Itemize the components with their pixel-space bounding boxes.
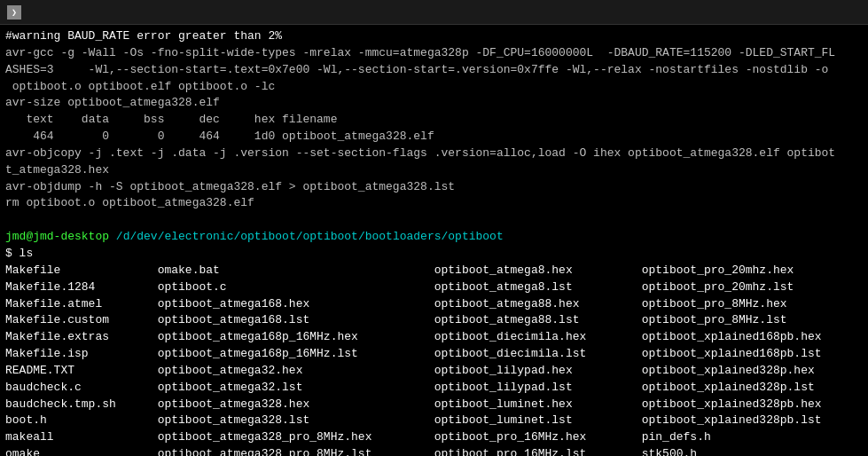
maximize-button[interactable] [778, 0, 818, 25]
title-bar: ❯ [0, 0, 868, 25]
close-button[interactable] [820, 0, 861, 25]
terminal-window: ❯ #warning BAUD_RATE error greater than … [0, 0, 868, 456]
title-bar-controls [735, 0, 861, 25]
minimize-button[interactable] [735, 0, 776, 25]
terminal-icon: ❯ [7, 5, 21, 20]
terminal-content[interactable]: #warning BAUD_RATE error greater than 2%… [0, 25, 868, 456]
title-bar-left: ❯ [7, 5, 27, 20]
